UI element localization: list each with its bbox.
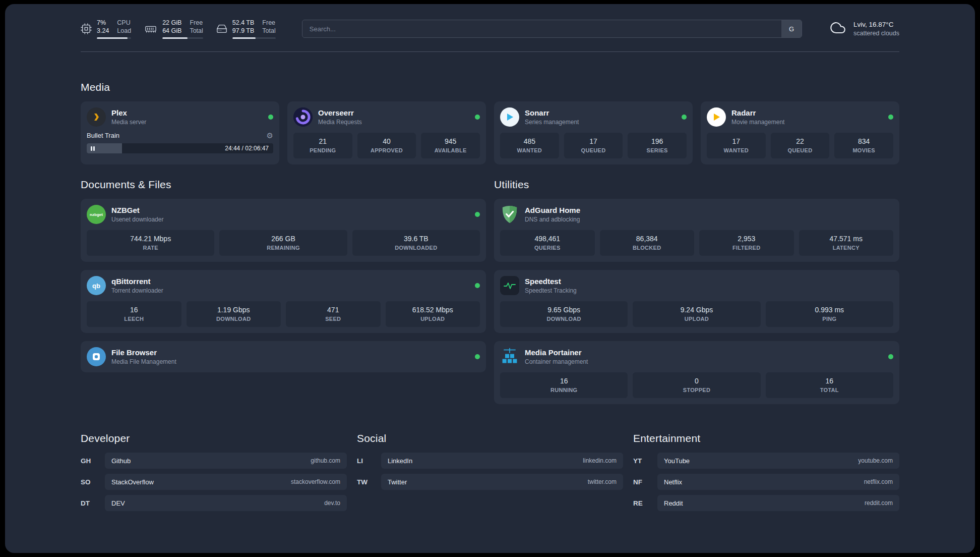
app-subtitle: Movie management [731, 119, 784, 126]
app-name: File Browser [111, 348, 176, 357]
cpu-usage-value: 7% [97, 19, 109, 27]
section-title-media: Media [81, 81, 899, 93]
cpu-bar [97, 37, 131, 39]
app-card-overseerr[interactable]: Overseerr Media Requests 21 PENDING 40 A… [287, 101, 486, 164]
status-dot [888, 354, 893, 359]
ram-free-label: Free [190, 19, 203, 27]
bookmark-row: LI LinkedIn linkedin.com [357, 453, 623, 469]
stat-tile: 196 SERIES [628, 133, 687, 158]
app-name: Media Portainer [525, 348, 588, 357]
app-card-filebrowser[interactable]: File Browser Media File Management [81, 341, 486, 372]
stat-tile: 498,461 QUERIES [500, 230, 595, 256]
filebrowser-icon [87, 347, 106, 366]
dashboard: 7% 3.24 CPU Load [5, 4, 975, 553]
gear-icon[interactable]: ⚙ [267, 132, 273, 139]
bookmark-link-stackoverflow[interactable]: StackOverflow stackoverflow.com [105, 474, 347, 490]
speedtest-icon [500, 276, 519, 295]
weather-condition: scattered clouds [853, 29, 899, 38]
entertainment-column: Entertainment YT YouTube youtube.com NF … [633, 432, 899, 511]
pause-button[interactable] [91, 146, 95, 151]
weather-widget: Lviv, 16.87°C scattered clouds [828, 20, 899, 38]
qbittorrent-icon: qb [87, 276, 106, 295]
app-card-nzbget[interactable]: nzbget NZBGet Usenet downloader 744.21 M… [81, 199, 486, 262]
stat-tile: 22 QUEUED [771, 133, 830, 158]
disk-free-value: 52.4 TB [232, 19, 255, 27]
search-input[interactable] [302, 20, 802, 38]
app-card-qbittorrent[interactable]: qb qBittorrent Torrent downloader 16 LEE… [81, 270, 486, 333]
disk-stat-widget: 52.4 TB 97.9 TB Free Total [216, 19, 276, 39]
cloud-icon [828, 20, 847, 37]
stat-tile: 0.993 ms PING [766, 301, 893, 327]
bookmark-row: NF Netflix netflix.com [633, 474, 899, 490]
disk-total-value: 97.9 TB [232, 27, 255, 35]
stat-tile: 16 LEECH [87, 301, 181, 327]
status-dot [475, 212, 480, 217]
bookmark-abbr: YT [633, 457, 651, 465]
app-card-portainer[interactable]: Media Portainer Container management 16 … [494, 341, 899, 404]
search-box: G [302, 20, 802, 38]
bookmark-row: SO StackOverflow stackoverflow.com [81, 474, 347, 490]
stat-tile: 485 WANTED [500, 133, 559, 158]
app-card-radarr[interactable]: Radarr Movie management 17 WANTED 22 QUE… [701, 101, 899, 164]
app-card-adguard[interactable]: AdGuard Home DNS and adblocking 498,461 … [494, 199, 899, 262]
app-subtitle: Usenet downloader [111, 216, 163, 224]
now-playing-title: Bullet Train [87, 132, 119, 139]
bookmark-row: DT DEV dev.to [81, 495, 347, 511]
app-subtitle: Torrent downloader [111, 287, 163, 295]
weather-location: Lviv, 16.87°C [853, 20, 899, 29]
cpu-load-label: Load [117, 27, 131, 35]
app-subtitle: Media Requests [318, 119, 362, 126]
playback-time: 24:44 / 02:06:47 [225, 145, 269, 152]
app-name: AdGuard Home [525, 205, 580, 215]
bookmark-abbr: LI [357, 457, 375, 465]
stat-tile: 17 WANTED [707, 133, 766, 158]
bookmark-row: YT YouTube youtube.com [633, 453, 899, 469]
cpu-icon [81, 23, 92, 34]
bookmark-link-youtube[interactable]: YouTube youtube.com [657, 453, 899, 469]
app-subtitle: Media File Management [111, 358, 176, 366]
section-title-entertainment: Entertainment [633, 432, 899, 444]
cpu-stat-widget: 7% 3.24 CPU Load [81, 19, 131, 39]
bookmark-abbr: SO [81, 478, 99, 486]
app-card-sonarr[interactable]: Sonarr Series management 485 WANTED 17 Q… [494, 101, 693, 164]
developer-column: Developer GH Github github.com SO StackO… [81, 432, 347, 511]
topbar: 7% 3.24 CPU Load [81, 18, 899, 39]
plex-icon [87, 107, 106, 127]
bookmark-abbr: RE [633, 499, 651, 507]
app-name: NZBGet [111, 205, 163, 215]
social-column: Social LI LinkedIn linkedin.com TW Twitt… [357, 432, 623, 511]
portainer-icon [500, 347, 519, 366]
bookmark-link-reddit[interactable]: Reddit reddit.com [657, 495, 899, 511]
app-card-speedtest[interactable]: Speedtest Speedtest Tracking 9.65 Gbps D… [494, 270, 899, 333]
bookmark-link-github[interactable]: Github github.com [105, 453, 347, 469]
topbar-divider [81, 51, 899, 52]
stat-tile: 17 QUEUED [564, 133, 623, 158]
stat-tile: 39.6 TB DOWNLOADED [352, 230, 480, 256]
stat-tile: 9.24 Gbps UPLOAD [633, 301, 760, 327]
bookmark-abbr: TW [357, 478, 375, 486]
stat-tile: 16 TOTAL [766, 372, 893, 398]
search-engine-button[interactable]: G [781, 20, 802, 37]
status-dot [475, 283, 480, 288]
utilities-column: Utilities [494, 179, 899, 404]
ram-free-value: 22 GiB [162, 19, 181, 27]
app-name: Radarr [731, 108, 784, 118]
bookmark-abbr: DT [81, 499, 99, 507]
stat-tile: 1.19 Gbps DOWNLOAD [187, 301, 281, 327]
stat-tile: 86,384 BLOCKED [600, 230, 695, 256]
status-dot [888, 115, 893, 120]
ram-total-label: Total [190, 27, 203, 35]
media-progress-bar[interactable]: 24:44 / 02:06:47 [87, 143, 273, 153]
cpu-load-value: 3.24 [97, 27, 109, 35]
disk-icon [216, 23, 227, 34]
app-name: Plex [111, 108, 146, 118]
bookmark-link-netflix[interactable]: Netflix netflix.com [657, 474, 899, 490]
documents-column: Documents & Files nzbget NZBGet Usenet d… [81, 179, 486, 404]
app-subtitle: Media server [111, 119, 146, 126]
bookmark-link-dev[interactable]: DEV dev.to [105, 495, 347, 511]
status-dot [268, 115, 273, 120]
bookmark-link-linkedin[interactable]: LinkedIn linkedin.com [381, 453, 623, 469]
app-card-plex[interactable]: Plex Media server Bullet Train ⚙ 24:44 /… [81, 101, 279, 164]
bookmark-link-twitter[interactable]: Twitter twitter.com [381, 474, 623, 490]
app-subtitle: Series management [525, 119, 579, 126]
